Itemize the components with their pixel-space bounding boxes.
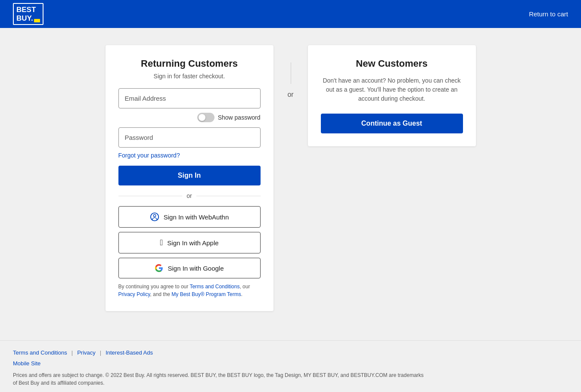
show-password-label: Show password — [218, 114, 261, 121]
privacy-policy-link[interactable]: Privacy Policy — [118, 291, 150, 297]
mybuy-terms-link[interactable]: My Best Buy® Program Terms — [171, 291, 241, 297]
terms-conditions-link[interactable]: Terms and Conditions — [190, 284, 239, 290]
logo: BEST BUY. — [13, 3, 43, 25]
logo-tag-yellow — [34, 19, 40, 22]
google-icon — [155, 264, 163, 272]
password-input[interactable] — [118, 127, 261, 148]
svg-point-1 — [153, 215, 156, 217]
header: BEST BUY. Return to cart — [0, 0, 581, 28]
google-label: Sign In with Google — [168, 265, 224, 272]
apple-icon:  — [160, 238, 163, 247]
email-input[interactable] — [118, 88, 261, 108]
apple-sign-in-button[interactable]:  Sign In with Apple — [118, 232, 261, 253]
terms-text: By continuing you agree to our Terms and… — [118, 283, 261, 298]
webauthn-button[interactable]: Sign In with WebAuthn — [118, 206, 261, 228]
logo-inner: BEST BUY. — [16, 6, 40, 22]
continue-as-guest-button[interactable]: Continue as Guest — [321, 114, 463, 133]
main-content: Returning Customers Sign in for faster c… — [0, 28, 581, 340]
webauthn-label: Sign In with WebAuthn — [164, 213, 229, 221]
or-text: or — [186, 192, 192, 199]
footer-sep-1: | — [71, 349, 73, 356]
logo-text: BEST BUY. — [16, 6, 40, 22]
footer-copyright: Prices and offers are subject to change.… — [13, 371, 426, 387]
webauthn-icon — [150, 212, 159, 222]
new-customers-panel: New Customers Don't have an account? No … — [308, 45, 476, 146]
footer-terms-link[interactable]: Terms and Conditions — [13, 349, 67, 356]
apple-label: Sign In with Apple — [167, 239, 218, 247]
logo-box: BEST BUY. — [13, 3, 43, 25]
footer-interest-ads-link[interactable]: Interest-Based Ads — [106, 349, 153, 356]
divider-line — [291, 62, 291, 84]
divider-or-text: or — [286, 88, 295, 101]
returning-customers-title: Returning Customers — [118, 58, 261, 69]
footer-links: Terms and Conditions | Privacy | Interes… — [13, 349, 568, 356]
return-to-cart-button[interactable]: Return to cart — [529, 10, 568, 18]
footer-mobile-site-link[interactable]: Mobile Site — [13, 360, 40, 367]
new-customers-description: Don't have an account? No problem, you c… — [321, 76, 463, 103]
footer: Terms and Conditions | Privacy | Interes… — [0, 340, 581, 392]
footer-mobile: Mobile Site — [13, 359, 568, 367]
new-customers-title: New Customers — [321, 58, 463, 69]
center-divider: or — [273, 45, 308, 101]
footer-sep-2: | — [100, 349, 101, 356]
toggle-track — [197, 113, 214, 122]
sign-in-button[interactable]: Sign In — [118, 166, 261, 185]
show-password-toggle[interactable] — [197, 113, 214, 122]
or-divider: or — [118, 192, 261, 199]
or-line-right — [196, 196, 261, 196]
google-sign-in-button[interactable]: Sign In with Google — [118, 258, 261, 278]
show-password-row: Show password — [118, 113, 261, 122]
returning-customers-panel: Returning Customers Sign in for faster c… — [106, 45, 273, 311]
or-line-left — [118, 196, 183, 196]
footer-privacy-link[interactable]: Privacy — [77, 349, 96, 356]
returning-customers-subtitle: Sign in for faster checkout. — [118, 73, 261, 80]
toggle-thumb — [199, 114, 205, 121]
forgot-password-link[interactable]: Forgot your password? — [118, 152, 261, 159]
